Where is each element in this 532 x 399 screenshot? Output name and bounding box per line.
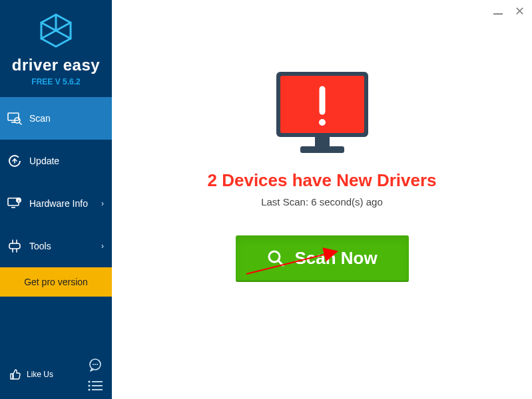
scan-now-button[interactable]: Scan Now xyxy=(236,235,409,281)
app-window: driver easy FREE V 5.6.2 Scan Update i xyxy=(0,0,532,399)
sidebar-item-label: Scan xyxy=(29,113,51,124)
svg-point-18 xyxy=(93,364,94,365)
sidebar-nav: Scan Update i Hardware Info › Tools xyxy=(0,97,112,267)
scan-now-label: Scan Now xyxy=(294,248,377,269)
svg-rect-2 xyxy=(8,113,19,120)
sidebar: driver easy FREE V 5.6.2 Scan Update i xyxy=(0,0,112,399)
window-controls: ✕ xyxy=(492,5,525,17)
like-us-button[interactable]: Like Us xyxy=(9,368,53,380)
brand-name: driver easy xyxy=(0,56,112,74)
alert-monitor-icon xyxy=(272,70,372,158)
chevron-right-icon: › xyxy=(101,199,104,208)
last-scan-text: Last Scan: 6 second(s) ago xyxy=(261,196,383,207)
headline-text: 2 Devices have New Drivers xyxy=(208,170,437,191)
svg-point-23 xyxy=(88,384,90,386)
sidebar-item-label: Hardware Info xyxy=(29,198,88,209)
svg-line-34 xyxy=(278,261,283,265)
search-icon xyxy=(266,249,285,267)
svg-point-32 xyxy=(319,119,326,126)
sidebar-item-scan[interactable]: Scan xyxy=(0,97,112,140)
svg-point-19 xyxy=(95,364,96,365)
svg-rect-30 xyxy=(300,146,344,153)
thumbs-up-icon xyxy=(9,368,21,380)
scan-icon xyxy=(7,112,23,125)
sidebar-item-hardware-info[interactable]: i Hardware Info › xyxy=(0,182,112,225)
footer-right xyxy=(88,358,103,391)
spacer xyxy=(0,297,112,358)
menu-icon[interactable] xyxy=(88,380,103,391)
brand-version: FREE V 5.6.2 xyxy=(0,77,112,86)
svg-line-1 xyxy=(56,23,71,31)
get-pro-label: Get pro version xyxy=(24,277,88,287)
main-content: 2 Devices have New Drivers Last Scan: 6 … xyxy=(112,0,532,281)
tools-icon xyxy=(7,239,23,253)
minimize-button[interactable] xyxy=(492,5,504,17)
chevron-right-icon: › xyxy=(101,241,104,251)
brand-block: driver easy FREE V 5.6.2 xyxy=(0,0,112,90)
brand-logo-icon xyxy=(37,12,75,49)
minimize-icon xyxy=(493,13,503,15)
svg-point-20 xyxy=(97,364,98,365)
sidebar-item-label: Tools xyxy=(29,241,51,251)
main-panel: ✕ 2 Devices have New Drivers Last Scan: … xyxy=(112,0,532,399)
sidebar-item-update[interactable]: Update xyxy=(0,140,112,182)
close-button[interactable]: ✕ xyxy=(513,5,525,17)
update-icon xyxy=(7,154,23,168)
svg-line-5 xyxy=(19,122,21,124)
svg-point-25 xyxy=(88,388,90,390)
svg-point-21 xyxy=(88,380,90,382)
get-pro-button[interactable]: Get pro version xyxy=(0,267,112,297)
sidebar-item-tools[interactable]: Tools › xyxy=(0,225,112,267)
sidebar-item-label: Update xyxy=(29,156,59,166)
like-us-label: Like Us xyxy=(27,370,53,379)
svg-rect-12 xyxy=(9,243,20,249)
svg-rect-29 xyxy=(315,137,330,146)
hardware-info-icon: i xyxy=(7,197,23,210)
feedback-icon[interactable] xyxy=(88,358,103,372)
sidebar-footer: Like Us xyxy=(0,358,112,399)
